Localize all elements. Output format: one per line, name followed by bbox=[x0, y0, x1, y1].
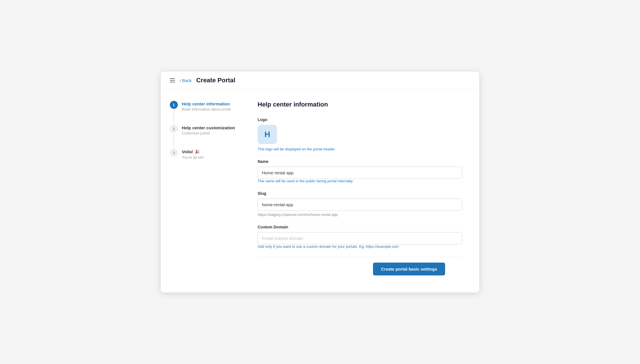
step-1-row: 1 Help center information Basic informat… bbox=[170, 101, 237, 125]
form-heading: Help center information bbox=[258, 101, 462, 108]
step-3-circle: 3 bbox=[170, 149, 178, 157]
slug-label: Slug bbox=[258, 191, 462, 196]
name-hint: The name will be used in the public faci… bbox=[258, 179, 462, 183]
slug-url-hint: https://staging.chatwoot.com/hc/home-ren… bbox=[258, 212, 462, 217]
step-1-label: Help center information bbox=[182, 101, 231, 106]
create-portal-button[interactable]: Create portal basic settings bbox=[373, 263, 445, 275]
step-1-line bbox=[174, 110, 174, 124]
back-label: Back bbox=[182, 78, 191, 83]
name-label: Name bbox=[258, 159, 462, 164]
logo-hint: This logo will be displayed on the porta… bbox=[258, 147, 462, 151]
logo-section: Logo H This logo will be displayed on th… bbox=[258, 117, 462, 151]
custom-domain-input[interactable] bbox=[258, 232, 462, 244]
custom-domain-section: Custom Domain Add only If you want to us… bbox=[258, 225, 462, 249]
slug-input[interactable] bbox=[258, 199, 462, 211]
step-2-text: Help center customization Customize port… bbox=[182, 125, 235, 140]
logo-preview[interactable]: H bbox=[258, 125, 277, 144]
app-window: ‹ Back Create Portal 1 Help center infor bbox=[160, 71, 480, 293]
step-1-text: Help center information Basic informatio… bbox=[182, 101, 231, 116]
hamburger-menu-icon[interactable] bbox=[169, 77, 176, 83]
step-2-line bbox=[174, 134, 174, 148]
step-2-row: 2 Help center customization Customize po… bbox=[170, 125, 237, 149]
name-section: Name The name will be used in the public… bbox=[258, 159, 462, 183]
step-2-connector: 2 bbox=[170, 125, 178, 149]
step-2-description: Customize portal bbox=[182, 131, 235, 135]
main-content: 1 Help center information Basic informat… bbox=[161, 89, 479, 293]
custom-domain-label: Custom Domain bbox=[258, 225, 462, 229]
step-1-circle: 1 bbox=[170, 101, 178, 109]
footer-bar: Create portal basic settings bbox=[258, 257, 462, 281]
chevron-left-icon: ‹ bbox=[180, 78, 181, 83]
step-1-description: Basic information about portal bbox=[182, 107, 231, 111]
step-3-description: You're all set! bbox=[182, 155, 204, 159]
form-area: Help center information Logo H This logo… bbox=[246, 101, 479, 281]
back-button[interactable]: ‹ Back bbox=[180, 78, 192, 83]
logo-label: Logo bbox=[258, 117, 462, 122]
page-title: Create Portal bbox=[196, 77, 235, 84]
step-1-connector: 1 bbox=[170, 101, 178, 125]
step-2-circle: 2 bbox=[170, 125, 178, 133]
name-input[interactable] bbox=[258, 167, 462, 179]
header: ‹ Back Create Portal bbox=[161, 71, 479, 89]
step-2-label: Help center customization bbox=[182, 125, 235, 130]
step-3-connector: 3 bbox=[170, 149, 178, 157]
slug-section: Slug https://staging.chatwoot.com/hc/hom… bbox=[258, 191, 462, 217]
step-3-text: Voila! 🎉 You're all set! bbox=[182, 149, 204, 164]
step-3-label: Voila! 🎉 bbox=[182, 149, 204, 154]
step-3-row: 3 Voila! 🎉 You're all set! bbox=[170, 149, 237, 164]
steps-list: 1 Help center information Basic informat… bbox=[170, 101, 237, 164]
sidebar: 1 Help center information Basic informat… bbox=[161, 101, 246, 281]
custom-domain-hint: Add only If you want to use a custom dom… bbox=[258, 244, 462, 249]
